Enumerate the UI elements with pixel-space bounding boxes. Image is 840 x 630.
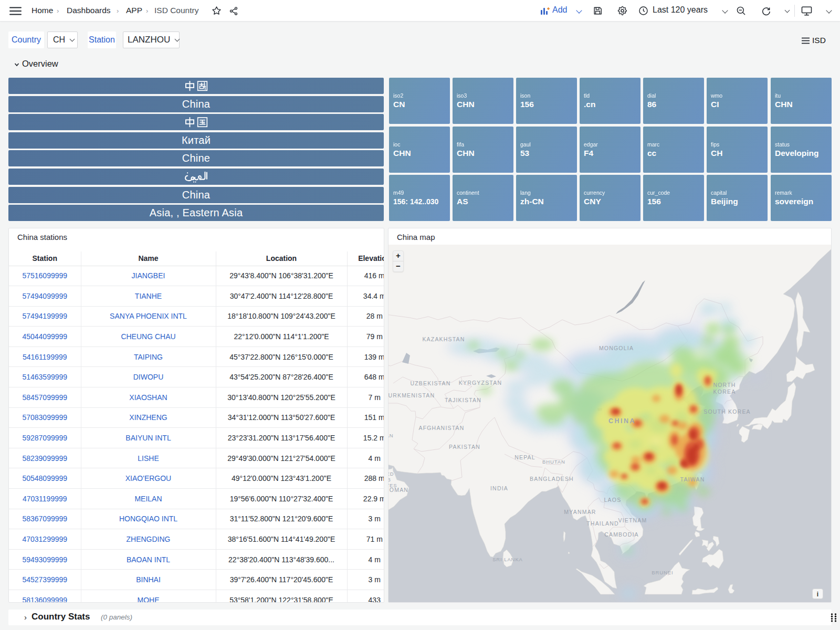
svg-text:MONGOLIA: MONGOLIA — [599, 345, 634, 351]
svg-text:BANGLADESH: BANGLADESH — [530, 476, 574, 482]
svg-text:BHUTAN: BHUTAN — [542, 459, 565, 465]
svg-text:MYANMAR: MYANMAR — [564, 509, 596, 515]
svg-text:VIETNAM: VIETNAM — [618, 517, 647, 523]
svg-text:LAOS: LAOS — [604, 497, 622, 503]
svg-text:TURKMENISTAN: TURKMENISTAN — [388, 392, 435, 398]
svg-text:SRI LANKA: SRI LANKA — [492, 556, 523, 562]
svg-text:UZBEKISTAN: UZBEKISTAN — [410, 380, 450, 386]
svg-text:ED: ED — [388, 471, 394, 477]
svg-text:BRUNEI: BRUNEI — [652, 570, 673, 575]
svg-text:SOUTH KOREA: SOUTH KOREA — [704, 408, 751, 415]
svg-text:AFGHANISTAN: AFGHANISTAN — [418, 425, 464, 431]
svg-text:KYRGYZSTAN: KYRGYZSTAN — [459, 380, 502, 386]
svg-text:INDIA: INDIA — [490, 485, 508, 491]
svg-text:NORTH: NORTH — [713, 382, 736, 388]
svg-text:PAKISTAN: PAKISTAN — [449, 444, 480, 450]
svg-text:CAMBODIA: CAMBODIA — [604, 531, 639, 538]
svg-text:TAIWAN: TAIWAN — [680, 476, 705, 482]
svg-text:TAJIKISTAN: TAJIKISTAN — [445, 397, 481, 403]
svg-text:B: B — [388, 477, 391, 482]
svg-text:THAILAND: THAILAND — [586, 520, 619, 527]
svg-text:NEPAL: NEPAL — [514, 454, 536, 460]
svg-text:AN: AN — [388, 433, 394, 438]
svg-text:TES: TES — [388, 482, 397, 488]
svg-text:KOREA: KOREA — [713, 388, 736, 395]
svg-text:CHINA: CHINA — [608, 417, 636, 425]
svg-text:KAZAKHSTAN: KAZAKHSTAN — [422, 336, 465, 342]
